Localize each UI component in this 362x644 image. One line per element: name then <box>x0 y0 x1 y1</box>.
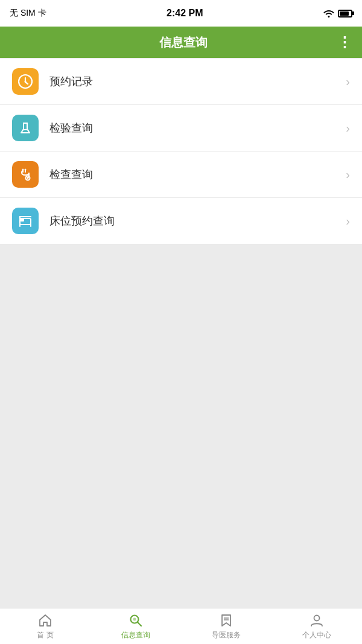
svg-line-18 <box>138 622 141 626</box>
home-icon <box>37 613 53 628</box>
tab-info-query-label: 信息查询 <box>121 630 150 640</box>
menu-list: 预约记录 › 检验查询 › <box>0 58 362 244</box>
svg-point-19 <box>133 617 136 620</box>
tab-profile-label: 个人中心 <box>302 630 331 640</box>
appointment-record-chevron: › <box>346 75 350 89</box>
empty-content-area <box>0 244 362 620</box>
svg-point-3 <box>25 81 27 83</box>
wifi-icon <box>323 9 334 18</box>
menu-item-exam-query[interactable]: 检查查询 › <box>0 151 362 198</box>
flask-icon <box>17 120 34 136</box>
tab-info-query[interactable]: 信息查询 <box>91 608 181 644</box>
menu-item-bed-appointment[interactable]: 床位预约查询 › <box>0 198 362 244</box>
tab-guide-label: 导医服务 <box>212 630 241 640</box>
more-menu-button[interactable]: ⋮ <box>337 35 352 49</box>
svg-point-10 <box>25 169 27 171</box>
svg-rect-12 <box>20 218 24 222</box>
menu-item-appointment-record[interactable]: 预约记录 › <box>0 59 362 105</box>
menu-item-test-query[interactable]: 检验查询 › <box>0 105 362 151</box>
svg-point-22 <box>314 615 320 620</box>
bed-appointment-chevron: › <box>346 214 350 228</box>
bed-icon <box>17 212 34 229</box>
appointment-record-icon-wrap <box>12 68 39 95</box>
tab-home-label: 首 页 <box>37 630 53 640</box>
svg-line-2 <box>25 82 28 84</box>
profile-icon <box>309 613 325 628</box>
test-query-icon-wrap <box>12 115 39 141</box>
test-query-label: 检验查询 <box>49 121 341 135</box>
calendar-clock-icon <box>17 73 34 90</box>
exam-query-chevron: › <box>346 168 350 182</box>
toolbar-title: 信息查询 <box>29 34 337 51</box>
status-icons <box>323 9 352 18</box>
exam-query-label: 检查查询 <box>49 167 341 182</box>
toolbar: 信息查询 ⋮ <box>0 27 362 58</box>
carrier-label: 无 SIM 卡 <box>10 8 46 19</box>
bed-appointment-icon-wrap <box>12 208 39 234</box>
test-query-chevron: › <box>346 121 350 135</box>
battery-icon <box>338 10 352 18</box>
tab-profile[interactable]: 个人中心 <box>272 608 362 644</box>
bookmark-icon <box>218 613 234 628</box>
clock-label: 2:42 PM <box>167 8 203 19</box>
svg-point-9 <box>22 169 24 171</box>
bed-appointment-label: 床位预约查询 <box>49 214 341 228</box>
exam-query-icon-wrap <box>12 161 39 188</box>
search-icon <box>128 613 144 628</box>
appointment-record-label: 预约记录 <box>49 74 341 89</box>
tab-home[interactable]: 首 页 <box>0 608 91 644</box>
status-bar: 无 SIM 卡 2:42 PM <box>0 0 362 27</box>
tab-bar: 首 页 信息查询 导医服务 <box>0 608 362 644</box>
tab-guide[interactable]: 导医服务 <box>181 608 272 644</box>
stethoscope-icon <box>17 166 34 183</box>
